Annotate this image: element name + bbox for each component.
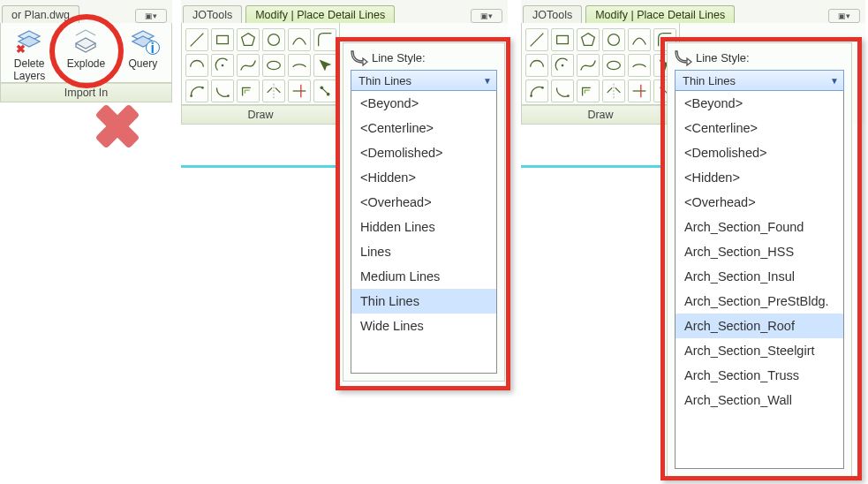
- draw-tool-spline[interactable]: [577, 54, 600, 77]
- draw-tool-mirror[interactable]: [602, 79, 625, 102]
- query-button[interactable]: i Query: [118, 27, 168, 82]
- draw-tool-fillet[interactable]: [313, 28, 336, 51]
- annotation-cross: [95, 104, 140, 148]
- draw-tool-rect[interactable]: [551, 28, 574, 51]
- line-style-dropdown-2[interactable]: <Beyond><Centerline><Demolished><Hidden>…: [351, 91, 497, 374]
- draw-tool-arcSE[interactable]: [525, 79, 548, 102]
- svg-line-4: [191, 34, 204, 47]
- tab-jotools-2-label: JOTools: [192, 9, 232, 21]
- line-style-option[interactable]: Wide Lines: [351, 314, 496, 338]
- line-style-option[interactable]: Arch_Section_Found: [676, 215, 843, 239]
- draw-tool-earc[interactable]: [288, 54, 311, 77]
- line-style-option[interactable]: Arch_Section_Insul: [676, 264, 843, 289]
- line-style-option[interactable]: Arch_Section_Steelgirt: [676, 338, 843, 363]
- svg-point-8: [222, 64, 224, 67]
- tab-overflow-toggle[interactable]: ▣▾: [135, 9, 167, 23]
- explode-button[interactable]: Explode: [61, 27, 110, 82]
- query-label: Query: [128, 57, 157, 70]
- tab-modify-2-label: Modify | Place Detail Lines: [255, 9, 385, 21]
- delete-x-icon: ✖: [16, 42, 26, 56]
- tab-modify-2[interactable]: Modify | Place Detail Lines: [245, 5, 395, 23]
- linestyle-icon: [675, 49, 692, 66]
- line-style-combo-3[interactable]: Thin Lines: [675, 70, 844, 91]
- line-style-option[interactable]: <Overhead>: [351, 190, 496, 215]
- tab-jotools-3-label: JOTools: [532, 9, 572, 21]
- draw-tool-ptsel[interactable]: [313, 79, 336, 102]
- draw-tool-arcSE[interactable]: [185, 79, 208, 102]
- draw-tool-arcTE[interactable]: [211, 79, 234, 102]
- draw-tool-line[interactable]: [185, 28, 208, 51]
- tab-overflow-toggle-2[interactable]: ▣▾: [471, 9, 502, 23]
- line-style-option[interactable]: Arch_Section_HSS: [676, 239, 843, 264]
- draw-tool-arc[interactable]: [185, 54, 208, 77]
- explode-label: Explode: [67, 57, 105, 70]
- svg-marker-17: [582, 34, 595, 46]
- draw-tool-arcC[interactable]: [551, 54, 574, 77]
- selection-underline-3: [521, 165, 662, 168]
- line-style-option[interactable]: Thin Lines: [351, 289, 496, 314]
- svg-point-20: [608, 61, 621, 69]
- line-style-option[interactable]: <Hidden>: [676, 165, 843, 190]
- line-style-option[interactable]: Arch_Section_PreStBldg.: [676, 289, 843, 314]
- draw-tool-arc3[interactable]: [288, 28, 311, 51]
- delete-layers-button[interactable]: ✖ Delete Layers: [4, 27, 54, 82]
- draw-tool-pick[interactable]: [313, 54, 336, 77]
- line-style-option[interactable]: Medium Lines: [351, 264, 496, 289]
- line-style-option[interactable]: Hidden Lines: [351, 215, 496, 239]
- draw-tool-rect[interactable]: [211, 28, 234, 51]
- tab-dwg-label: or Plan.dwg: [11, 9, 70, 21]
- line-style-option[interactable]: <Beyond>: [676, 91, 843, 116]
- line-style-heading-2: Line Style:: [372, 51, 426, 64]
- panel-group-label-draw-2: Draw: [181, 105, 340, 125]
- line-style-selected-3: Thin Lines: [683, 74, 736, 87]
- draw-tool-trim[interactable]: [288, 79, 311, 102]
- svg-point-18: [608, 34, 620, 46]
- line-style-dropdown-3[interactable]: <Beyond><Centerline><Demolished><Hidden>…: [675, 91, 844, 469]
- tab-modify-3[interactable]: Modify | Place Detail Lines: [585, 5, 735, 23]
- svg-marker-6: [242, 34, 255, 46]
- svg-point-12: [227, 95, 230, 97]
- draw-tool-circle[interactable]: [602, 28, 625, 51]
- draw-tool-trim[interactable]: [628, 79, 651, 102]
- tab-modify-3-label: Modify | Place Detail Lines: [595, 9, 725, 21]
- line-style-option[interactable]: <Centerline>: [676, 116, 843, 140]
- line-style-option[interactable]: <Hidden>: [351, 165, 496, 190]
- draw-tool-arcTE[interactable]: [551, 79, 574, 102]
- draw-tool-ellipse[interactable]: [262, 54, 285, 77]
- line-style-option[interactable]: <Centerline>: [351, 116, 496, 140]
- layers-icon: ✖: [16, 27, 42, 54]
- draw-tool-line[interactable]: [525, 28, 548, 51]
- line-style-option[interactable]: Lines: [351, 239, 496, 264]
- info-icon: i: [146, 41, 160, 55]
- draw-tool-arcC[interactable]: [211, 54, 234, 77]
- tab-dwg[interactable]: or Plan.dwg: [2, 5, 79, 23]
- draw-tool-offset[interactable]: [237, 79, 260, 102]
- line-style-option[interactable]: <Demolished>: [351, 140, 496, 165]
- line-style-option[interactable]: Arch_Section_Wall: [676, 388, 843, 412]
- draw-tool-circle[interactable]: [262, 28, 285, 51]
- line-style-option[interactable]: <Beyond>: [351, 91, 496, 116]
- draw-tool-spline[interactable]: [237, 54, 260, 77]
- draw-tool-offset[interactable]: [577, 79, 600, 102]
- draw-tool-arc3[interactable]: [628, 28, 651, 51]
- delete-sublabel: Layers: [13, 70, 45, 82]
- line-style-option[interactable]: Arch_Section_Roof: [676, 314, 843, 338]
- svg-point-11: [201, 87, 204, 89]
- svg-point-21: [530, 95, 532, 97]
- query-icon: i: [130, 27, 156, 54]
- tab-jotools-3[interactable]: JOTools: [523, 5, 582, 23]
- tab-overflow-toggle-3[interactable]: ▣▾: [828, 9, 860, 23]
- svg-point-7: [268, 34, 280, 46]
- line-style-option[interactable]: <Overhead>: [676, 190, 843, 215]
- tab-jotools-2[interactable]: JOTools: [183, 5, 242, 23]
- line-style-option[interactable]: <Demolished>: [676, 140, 843, 165]
- draw-tool-mirror[interactable]: [262, 79, 285, 102]
- draw-tool-poly[interactable]: [577, 28, 600, 51]
- draw-tool-poly[interactable]: [237, 28, 260, 51]
- svg-point-19: [562, 64, 564, 67]
- draw-tool-ellipse[interactable]: [602, 54, 625, 77]
- draw-tool-earc[interactable]: [628, 54, 651, 77]
- line-style-combo-2[interactable]: Thin Lines: [351, 70, 497, 91]
- line-style-option[interactable]: Arch_Section_Truss: [676, 363, 843, 388]
- draw-tool-arc[interactable]: [525, 54, 548, 77]
